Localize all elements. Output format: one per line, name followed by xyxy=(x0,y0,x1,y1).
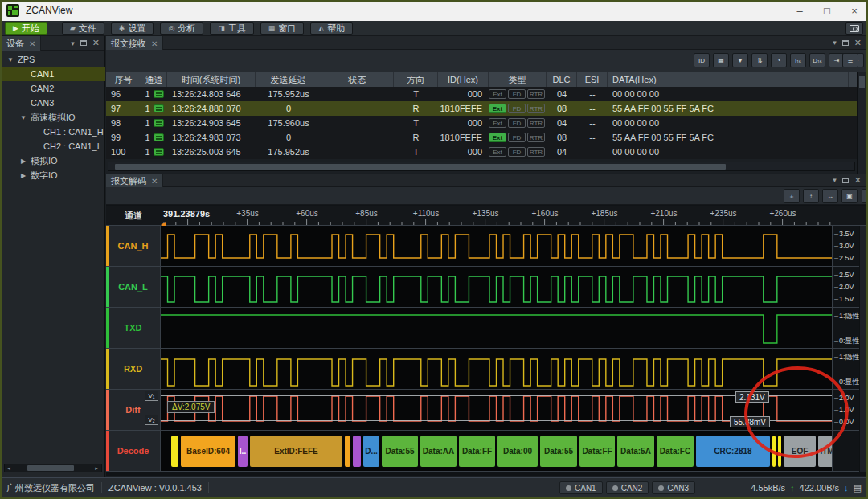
cursor-v1-handle[interactable]: V₁ xyxy=(145,391,158,401)
toolbar-button-工具[interactable]: ◨工具 xyxy=(210,22,254,35)
toolbar-button-分析[interactable]: ◎分析 xyxy=(160,22,203,35)
float-pane-icon[interactable] xyxy=(80,40,87,46)
toolbar-button-设置[interactable]: ✱设置 xyxy=(111,22,154,35)
tree-item-CAN2[interactable]: CAN2 xyxy=(2,81,105,96)
horizontal-measure-icon[interactable]: ↔ xyxy=(822,189,838,203)
column-header-状态[interactable]: 状态 xyxy=(321,72,394,87)
cursor-line-v1[interactable] xyxy=(161,395,832,396)
column-header-类型[interactable]: 类型 xyxy=(489,72,547,87)
toolbar-button-窗口[interactable]: ▦窗口 xyxy=(260,22,305,35)
id-display-icon[interactable]: ID xyxy=(694,53,710,67)
pane-menu-icon[interactable]: ▾ xyxy=(833,176,837,184)
waveform-plot-RXD[interactable] xyxy=(161,349,832,390)
tree-item-CAN1[interactable]: CAN1 xyxy=(2,67,105,81)
tree-item-ZPS[interactable]: ▼ZPS xyxy=(2,52,105,67)
tab-message-decode[interactable]: 报文解码 ✕ xyxy=(106,174,163,188)
table-hscrollbar[interactable] xyxy=(108,162,855,171)
toolbar-button-label: 文件 xyxy=(79,22,96,35)
tree-item-数字IO[interactable]: ▶数字IO xyxy=(2,168,105,182)
status-channel-CAN1[interactable]: CAN1 xyxy=(559,481,603,494)
close-button[interactable]: × xyxy=(841,0,868,21)
close-pane-icon[interactable]: ✕ xyxy=(854,38,862,48)
scroll-left-icon[interactable]: ◂ xyxy=(5,465,13,472)
toolbar-button-帮助[interactable]: ◭帮助 xyxy=(310,22,353,35)
cursor-v2-handle[interactable]: V₂ xyxy=(145,415,158,425)
tree-item-模拟IO[interactable]: ▶模拟IO xyxy=(2,153,105,168)
column-header-DATA(Hex)[interactable]: DATA(Hex) xyxy=(608,72,849,87)
table-row[interactable]: 98113:26:24.903 645175.960usT000ExtFDRTR… xyxy=(106,116,866,130)
table-row[interactable]: 99113:26:24.983 0730R1810FEFEExtFDRTR08-… xyxy=(106,130,866,145)
channel-row-CAN_L[interactable]: CAN_L–2.5V–2.0V–1.5V xyxy=(106,267,866,308)
tree-item-CAN3[interactable]: CAN3 xyxy=(2,96,105,110)
type-badge-FD: FD xyxy=(508,89,526,99)
decode-vscrollbar[interactable] xyxy=(859,226,866,472)
column-header-ESI[interactable]: ESI xyxy=(577,72,608,87)
filter-icon[interactable]: ▼ xyxy=(732,53,748,67)
column-header-发送延迟[interactable]: 发送延迟 xyxy=(256,72,321,87)
column-header-ID(Hex)[interactable]: ID(Hex) xyxy=(438,72,489,87)
minimize-button[interactable]: – xyxy=(786,0,813,21)
vertical-measure-icon[interactable]: ↕ xyxy=(803,189,819,203)
toolbar-button-label: 帮助 xyxy=(327,22,345,35)
cursor-icon[interactable]: ＋ xyxy=(784,189,800,203)
scrollbar-thumb[interactable] xyxy=(115,164,726,170)
waveform-plot-CAN_L[interactable] xyxy=(161,267,832,308)
expander-icon[interactable]: ▶ xyxy=(19,172,27,179)
expander-icon[interactable]: ▼ xyxy=(19,114,27,121)
start-button[interactable]: ▶ 开始 xyxy=(5,22,47,35)
scrollbar-thumb[interactable] xyxy=(27,465,74,471)
help-icon: ◭ xyxy=(318,24,324,32)
waveform-plot-CAN_H[interactable] xyxy=(161,226,832,267)
time-mode-icon[interactable]: ◔ xyxy=(771,53,787,67)
column-header-时间(系统时间)[interactable]: 时间(系统时间) xyxy=(167,72,256,87)
maximize-button[interactable]: □ xyxy=(813,0,841,21)
toolbar-button-文件[interactable]: ▰文件 xyxy=(62,22,104,35)
save-icon[interactable]: ▣ xyxy=(841,189,858,203)
sidebar-hscrollbar[interactable]: ◂ ▸ xyxy=(4,464,102,472)
log-device-icon[interactable]: ▤ xyxy=(854,483,862,493)
table-row[interactable]: 96113:26:24.803 646175.952usT000ExtFDRTR… xyxy=(106,87,866,101)
waveform-plot-Decode[interactable]: BaseID:604I..ExtID:FEFED...Data:55Data:A… xyxy=(161,431,832,472)
expander-icon[interactable]: ▶ xyxy=(19,157,27,165)
status-channel-CAN3[interactable]: CAN3 xyxy=(652,481,695,494)
table-row[interactable]: 100113:26:25.003 645175.952usT000ExtFDRT… xyxy=(106,145,866,159)
tab-device[interactable]: 设备 ✕ xyxy=(2,36,41,51)
channel-row-RXD[interactable]: RXD–1:隐性–0:显性 xyxy=(106,349,866,390)
panel-menu-icon[interactable]: ≡ xyxy=(862,189,868,203)
tree-item-CH1 : CAN1_H[interactable]: CH1 : CAN1_H xyxy=(2,125,105,139)
decode-segment-Data:FF: Data:FF xyxy=(459,436,495,467)
column-header-方向[interactable]: 方向 xyxy=(394,72,438,87)
data-format-icon[interactable]: D₁₆ xyxy=(809,53,825,67)
column-header-序号[interactable]: 序号 xyxy=(106,72,141,87)
close-pane-icon[interactable]: ✕ xyxy=(854,175,862,186)
expander-icon[interactable]: ▼ xyxy=(6,56,14,63)
float-pane-icon[interactable] xyxy=(842,178,849,183)
channel-row-TXD[interactable]: TXD–1:隐性–0:显性 xyxy=(106,308,866,349)
close-pane-icon[interactable]: ✕ xyxy=(92,38,100,48)
channel-row-CAN_H[interactable]: CAN_H–3.5V–3.0V–2.5V xyxy=(106,226,866,267)
pane-menu-icon[interactable]: ▾ xyxy=(71,39,75,47)
pane-menu-icon[interactable]: ▾ xyxy=(833,39,837,47)
close-tab-icon[interactable]: ✕ xyxy=(151,177,158,186)
panel-menu-icon[interactable]: ≡ xyxy=(842,53,858,67)
scroll-right-icon[interactable]: ▸ xyxy=(92,465,100,472)
column-header-通道[interactable]: 通道 xyxy=(141,72,167,87)
column-header-DLC[interactable]: DLC xyxy=(547,72,577,87)
tab-message-receive[interactable]: 报文接收 ✕ xyxy=(106,36,163,51)
channel-color-bar xyxy=(106,267,109,307)
waveform-plot-Diff[interactable]: V₁V₂ΔV:2.075V2.131V55.88mV xyxy=(161,390,832,431)
status-channel-CAN2[interactable]: CAN2 xyxy=(606,481,649,494)
screenshot-button[interactable] xyxy=(845,22,863,35)
scroll-lock-icon[interactable]: ⇅ xyxy=(751,53,768,67)
close-tab-icon[interactable]: ✕ xyxy=(151,39,158,48)
table-row[interactable]: 97113:26:24.880 0700R1810FEFEExtFDRTR08-… xyxy=(106,101,866,116)
receive-tab-row: 报文接收 ✕ ▾ ✕ xyxy=(106,36,866,50)
tree-item-高速模拟IO[interactable]: ▼高速模拟IO xyxy=(2,110,105,125)
clear-icon[interactable]: ▦ xyxy=(713,53,729,67)
close-tab-icon[interactable]: ✕ xyxy=(29,39,35,48)
tree-item-CH2 : CAN1_L[interactable]: CH2 : CAN1_L xyxy=(2,139,105,153)
float-pane-icon[interactable] xyxy=(842,40,849,46)
waveform-plot-TXD[interactable] xyxy=(161,308,832,349)
decode-segment-Data:55: Data:55 xyxy=(540,436,577,467)
id-format-icon[interactable]: I₁₆ xyxy=(790,53,806,67)
